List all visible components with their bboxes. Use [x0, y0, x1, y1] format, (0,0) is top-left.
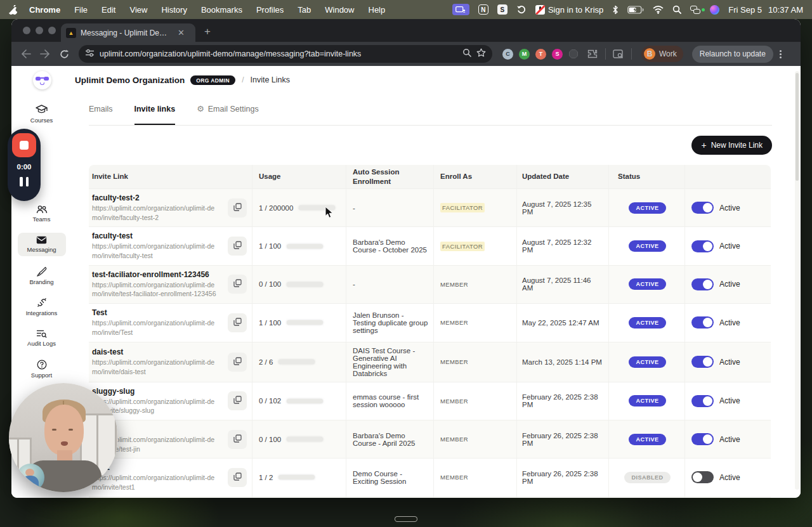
copy-link-button[interactable] — [228, 353, 247, 372]
browser-menu-icon[interactable] — [780, 50, 782, 58]
close-window-button[interactable] — [23, 27, 30, 34]
updated-date-cell: August 7, 2025 12:35 PM — [517, 189, 609, 226]
status-badge: ACTIVE — [629, 240, 665, 252]
window-switcher-icon[interactable] — [690, 6, 701, 14]
invite-link-text: dais-testhttps://uplimit.com/organizatio… — [92, 348, 218, 376]
webcam-bubble[interactable] — [9, 383, 118, 492]
status-cell: ACTIVE — [609, 342, 685, 382]
siri-icon[interactable] — [710, 5, 719, 15]
url-text[interactable]: uplimit.com/organization/uplimit-demo/ma… — [100, 49, 457, 58]
sidebar-item-courses[interactable]: Courses — [18, 102, 66, 126]
site-info-icon[interactable] — [85, 48, 95, 60]
new-invite-link-button[interactable]: + New Invite Link — [691, 136, 772, 155]
relaunch-to-update-button[interactable]: Relaunch to update — [692, 46, 773, 63]
invite-link-url[interactable]: https://uplimit.com/organization/uplimit… — [92, 358, 218, 376]
menubar-item-view[interactable]: View — [129, 5, 147, 15]
rewind-icon[interactable] — [516, 4, 527, 15]
invite-link-cell: faculty-test-2https://uplimit.com/organi… — [89, 189, 252, 226]
tab-close-icon[interactable]: ✕ — [178, 28, 185, 37]
auto-session-cell: emmas course - first session wooooo — [346, 382, 434, 420]
s-app-icon[interactable]: S — [497, 4, 508, 15]
scrollbar-thumb[interactable] — [796, 73, 799, 181]
invite-link-url[interactable]: https://uplimit.com/organization/uplimit… — [92, 318, 218, 337]
sidebar-item-integrations[interactable]: Integrations — [18, 295, 66, 318]
active-toggle[interactable] — [691, 202, 714, 214]
copy-link-button[interactable] — [228, 430, 247, 449]
sidebar-item-branding[interactable]: Branding — [18, 264, 66, 287]
forward-button[interactable] — [37, 46, 53, 62]
copy-link-button[interactable] — [228, 275, 247, 294]
menubar-item-window[interactable]: Window — [325, 5, 354, 15]
copy-link-button[interactable] — [228, 313, 247, 332]
traffic-lights[interactable] — [23, 27, 56, 34]
copy-link-button[interactable] — [228, 391, 247, 410]
extension-icon-3[interactable]: S — [552, 49, 563, 60]
krisp-menubar-item[interactable]: Sign in to Krisp — [535, 5, 603, 15]
menubar-item-profiles[interactable]: Profiles — [256, 5, 284, 15]
battery-icon[interactable] — [627, 6, 644, 14]
invite-link-url[interactable]: https://uplimit.com/organization/uplimit… — [92, 473, 218, 491]
wifi-icon[interactable] — [653, 6, 664, 14]
tab-invite-links[interactable]: Invite links — [134, 94, 176, 125]
extension-icon-0[interactable]: C — [502, 49, 513, 60]
menubar-time[interactable]: 10:37 AM — [768, 5, 803, 15]
profile-chip[interactable]: B Work — [641, 46, 683, 62]
updated-date-value: February 26, 2025 2:38 PM — [522, 432, 603, 447]
active-toggle[interactable] — [691, 471, 714, 483]
search-tabs-icon[interactable] — [462, 48, 471, 60]
active-toggle[interactable] — [691, 240, 714, 252]
page-scrollbar[interactable] — [795, 71, 799, 490]
extension-icon-1[interactable]: M — [519, 49, 530, 60]
menubar-item-bookmarks[interactable]: Bookmarks — [201, 5, 242, 15]
tab-email-settings[interactable]: ⚙Email Settings — [197, 94, 259, 125]
invite-link-url[interactable]: https://uplimit.com/organization/uplimit… — [92, 204, 218, 222]
menubar-item-file[interactable]: File — [74, 5, 88, 15]
spotlight-icon[interactable] — [672, 5, 681, 14]
uplimit-logo[interactable] — [33, 71, 51, 89]
bluetooth-icon[interactable] — [612, 5, 619, 15]
sidebar-item-messaging[interactable]: Messaging — [18, 233, 66, 256]
apple-icon[interactable] — [9, 4, 18, 15]
page-content: Uplimit Demo Organization ORG ADMIN / In… — [11, 66, 801, 498]
copy-link-button[interactable] — [228, 237, 247, 256]
sidebar-item-audit-logs[interactable]: Audit Logs — [18, 326, 66, 349]
zoom-window-button[interactable] — [48, 27, 56, 34]
stop-recording-button[interactable] — [12, 133, 36, 157]
back-button[interactable] — [18, 46, 34, 62]
pause-recording-button[interactable] — [20, 177, 29, 186]
sidebar-item-teams[interactable]: Teams — [18, 202, 66, 225]
extension-icon-2[interactable]: T — [535, 49, 546, 60]
dock-handle[interactable] — [395, 516, 417, 522]
active-toggle[interactable] — [691, 356, 714, 368]
active-toggle[interactable] — [691, 433, 714, 445]
recording-widget[interactable]: 0:00 — [8, 129, 41, 201]
browser-tab[interactable]: ▲ Messaging - Uplimit Demo O ✕ — [61, 23, 195, 42]
menubar-item-history[interactable]: History — [161, 5, 187, 15]
extension-octagon-icon[interactable] — [565, 46, 582, 62]
extensions-puzzle-icon[interactable] — [584, 46, 601, 62]
menubar-item-chrome[interactable]: Chrome — [29, 5, 60, 15]
active-toggle[interactable] — [691, 395, 714, 407]
menubar-item-help[interactable]: Help — [369, 5, 386, 15]
tab-search-icon[interactable] — [610, 46, 627, 62]
notion-icon[interactable]: N — [478, 4, 488, 15]
active-toggle[interactable] — [691, 316, 714, 329]
bookmark-star-icon[interactable] — [476, 48, 486, 60]
sidebar-item-support[interactable]: Support — [18, 357, 66, 381]
active-toggle[interactable] — [691, 278, 714, 290]
menubar-item-tab[interactable]: Tab — [298, 5, 311, 15]
column-header-usage: Usage — [252, 165, 346, 188]
address-bar[interactable]: uplimit.com/organization/uplimit-demo/ma… — [79, 45, 492, 63]
new-tab-button[interactable]: + — [204, 25, 211, 42]
invite-link-url[interactable]: https://uplimit.com/organization/uplimit… — [92, 242, 218, 260]
screen-share-icon[interactable] — [452, 4, 469, 15]
auto-session-cell: DAIS Test Course - Generative AI Enginee… — [346, 342, 434, 382]
tab-emails[interactable]: Emails — [89, 94, 113, 125]
invite-link-url[interactable]: https://uplimit.com/organization/uplimit… — [92, 280, 218, 299]
copy-link-button[interactable] — [228, 468, 247, 487]
reload-button[interactable] — [56, 46, 72, 62]
menubar-date[interactable]: Fri Sep 5 — [728, 5, 762, 15]
menubar-item-edit[interactable]: Edit — [102, 5, 115, 15]
minimize-window-button[interactable] — [36, 27, 43, 34]
copy-link-button[interactable] — [228, 198, 247, 218]
